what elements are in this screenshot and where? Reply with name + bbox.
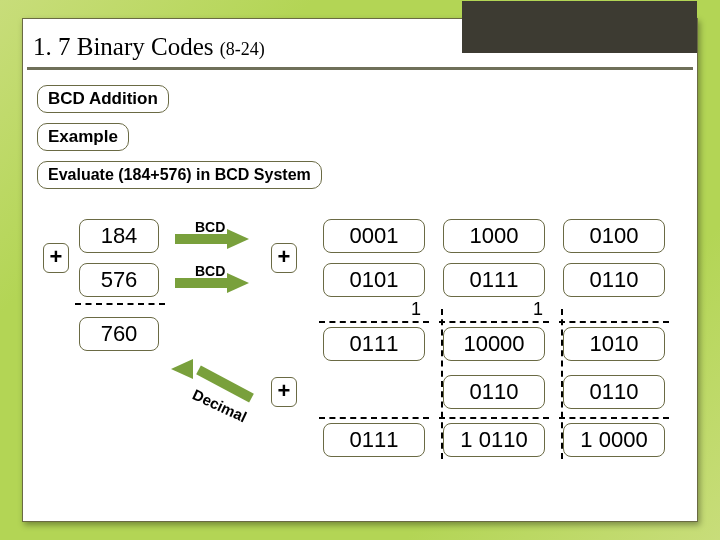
title-main: 1. 7 Binary Codes [33, 33, 220, 60]
plus-bcd-2: + [271, 377, 297, 407]
r2c1: 0101 [323, 263, 425, 297]
arrow-1-head [227, 229, 249, 249]
sep-r5-c1 [319, 417, 429, 419]
bcd-label-2: BCD [195, 263, 225, 279]
r4c3: 0110 [563, 375, 665, 409]
bcd-label-1: BCD [195, 219, 225, 235]
label-problem: Evaluate (184+576) in BCD System [37, 161, 322, 189]
r3c1: 0111 [323, 327, 425, 361]
sep-r3-c3 [559, 321, 669, 323]
plus-dec: + [43, 243, 69, 273]
r1c1: 0001 [323, 219, 425, 253]
r5c3: 1 0000 [563, 423, 665, 457]
r1c2: 1000 [443, 219, 545, 253]
dec-b: 576 [79, 263, 159, 297]
vcarry-2 [561, 309, 563, 459]
r2c3: 0110 [563, 263, 665, 297]
sep-r5-c2 [439, 417, 549, 419]
carry-2: 1 [533, 299, 543, 320]
r3c3: 1010 [563, 327, 665, 361]
dec-a: 184 [79, 219, 159, 253]
plus-bcd-1: + [271, 243, 297, 273]
arrow-1-stem [175, 234, 227, 244]
sep-r5-c3 [559, 417, 669, 419]
dec-sum: 760 [79, 317, 159, 351]
arrow-2-stem [175, 278, 227, 288]
r5c1: 0111 [323, 423, 425, 457]
title-underline [27, 67, 693, 70]
arrow-dec-head [171, 359, 193, 379]
title-row: 1. 7 Binary Codes (8-24) [23, 19, 697, 67]
dec-sep [75, 303, 165, 305]
r4c2: 0110 [443, 375, 545, 409]
carry-1: 1 [411, 299, 421, 320]
sep-r3-c1 [319, 321, 429, 323]
r3c2: 10000 [443, 327, 545, 361]
title-sub: (8-24) [220, 39, 265, 59]
sep-r3-c2 [439, 321, 549, 323]
arrow-2-head [227, 273, 249, 293]
title-accent-box [462, 1, 697, 53]
label-example: Example [37, 123, 129, 151]
r1c3: 0100 [563, 219, 665, 253]
r5c2: 1 0110 [443, 423, 545, 457]
label-bcd-addition: BCD Addition [37, 85, 169, 113]
slide-title: 1. 7 Binary Codes (8-24) [33, 33, 265, 61]
slide: 1. 7 Binary Codes (8-24) BCD Addition Ex… [22, 18, 698, 522]
vcarry-1 [441, 309, 443, 459]
r2c2: 0111 [443, 263, 545, 297]
